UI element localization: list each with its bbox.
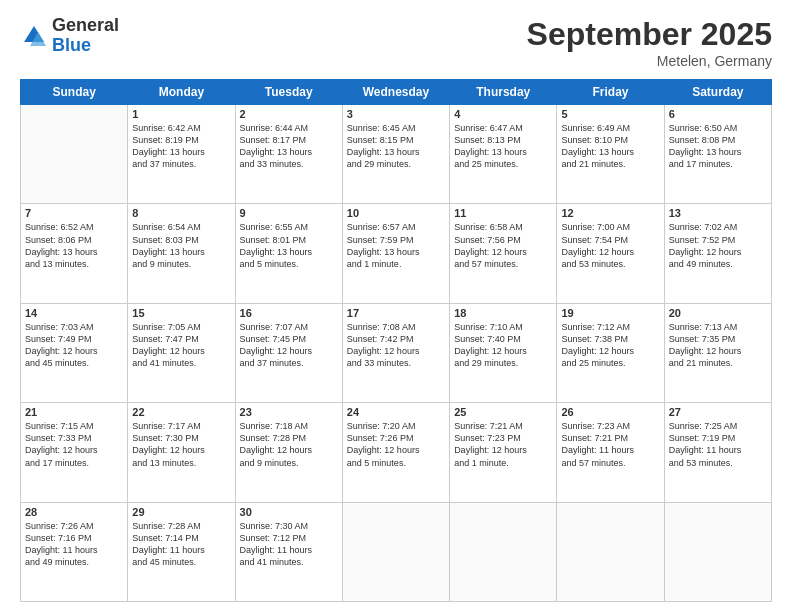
calendar-cell: 18Sunrise: 7:10 AM Sunset: 7:40 PM Dayli…: [450, 303, 557, 402]
day-number: 12: [561, 207, 659, 219]
day-info: Sunrise: 7:20 AM Sunset: 7:26 PM Dayligh…: [347, 420, 445, 469]
day-info: Sunrise: 7:13 AM Sunset: 7:35 PM Dayligh…: [669, 321, 767, 370]
day-number: 18: [454, 307, 552, 319]
day-header-tuesday: Tuesday: [235, 80, 342, 105]
day-info: Sunrise: 7:15 AM Sunset: 7:33 PM Dayligh…: [25, 420, 123, 469]
calendar-cell: 16Sunrise: 7:07 AM Sunset: 7:45 PM Dayli…: [235, 303, 342, 402]
day-header-saturday: Saturday: [664, 80, 771, 105]
logo: General Blue: [20, 16, 119, 56]
day-info: Sunrise: 6:52 AM Sunset: 8:06 PM Dayligh…: [25, 221, 123, 270]
week-row-3: 21Sunrise: 7:15 AM Sunset: 7:33 PM Dayli…: [21, 403, 772, 502]
day-info: Sunrise: 7:30 AM Sunset: 7:12 PM Dayligh…: [240, 520, 338, 569]
day-number: 7: [25, 207, 123, 219]
calendar-cell: 3Sunrise: 6:45 AM Sunset: 8:15 PM Daylig…: [342, 105, 449, 204]
day-number: 13: [669, 207, 767, 219]
day-header-monday: Monday: [128, 80, 235, 105]
day-info: Sunrise: 7:07 AM Sunset: 7:45 PM Dayligh…: [240, 321, 338, 370]
logo-general: General: [52, 16, 119, 36]
day-number: 11: [454, 207, 552, 219]
calendar-cell: 14Sunrise: 7:03 AM Sunset: 7:49 PM Dayli…: [21, 303, 128, 402]
calendar-cell: 2Sunrise: 6:44 AM Sunset: 8:17 PM Daylig…: [235, 105, 342, 204]
calendar-cell: 12Sunrise: 7:00 AM Sunset: 7:54 PM Dayli…: [557, 204, 664, 303]
calendar-header: SundayMondayTuesdayWednesdayThursdayFrid…: [21, 80, 772, 105]
day-number: 23: [240, 406, 338, 418]
day-info: Sunrise: 7:02 AM Sunset: 7:52 PM Dayligh…: [669, 221, 767, 270]
day-number: 29: [132, 506, 230, 518]
calendar-cell: 11Sunrise: 6:58 AM Sunset: 7:56 PM Dayli…: [450, 204, 557, 303]
calendar-cell: 5Sunrise: 6:49 AM Sunset: 8:10 PM Daylig…: [557, 105, 664, 204]
calendar-cell: 23Sunrise: 7:18 AM Sunset: 7:28 PM Dayli…: [235, 403, 342, 502]
day-number: 19: [561, 307, 659, 319]
day-info: Sunrise: 7:18 AM Sunset: 7:28 PM Dayligh…: [240, 420, 338, 469]
calendar-cell: 26Sunrise: 7:23 AM Sunset: 7:21 PM Dayli…: [557, 403, 664, 502]
calendar-cell: 22Sunrise: 7:17 AM Sunset: 7:30 PM Dayli…: [128, 403, 235, 502]
day-info: Sunrise: 6:44 AM Sunset: 8:17 PM Dayligh…: [240, 122, 338, 171]
month-title: September 2025: [527, 16, 772, 53]
day-header-sunday: Sunday: [21, 80, 128, 105]
day-number: 5: [561, 108, 659, 120]
day-info: Sunrise: 7:12 AM Sunset: 7:38 PM Dayligh…: [561, 321, 659, 370]
calendar-cell: 10Sunrise: 6:57 AM Sunset: 7:59 PM Dayli…: [342, 204, 449, 303]
day-info: Sunrise: 7:03 AM Sunset: 7:49 PM Dayligh…: [25, 321, 123, 370]
day-number: 24: [347, 406, 445, 418]
day-info: Sunrise: 7:17 AM Sunset: 7:30 PM Dayligh…: [132, 420, 230, 469]
calendar-cell: 4Sunrise: 6:47 AM Sunset: 8:13 PM Daylig…: [450, 105, 557, 204]
calendar-cell: 1Sunrise: 6:42 AM Sunset: 8:19 PM Daylig…: [128, 105, 235, 204]
calendar-cell: [342, 502, 449, 601]
day-info: Sunrise: 6:42 AM Sunset: 8:19 PM Dayligh…: [132, 122, 230, 171]
day-info: Sunrise: 7:00 AM Sunset: 7:54 PM Dayligh…: [561, 221, 659, 270]
calendar-cell: 6Sunrise: 6:50 AM Sunset: 8:08 PM Daylig…: [664, 105, 771, 204]
day-number: 25: [454, 406, 552, 418]
day-info: Sunrise: 7:28 AM Sunset: 7:14 PM Dayligh…: [132, 520, 230, 569]
day-number: 16: [240, 307, 338, 319]
calendar-cell: [21, 105, 128, 204]
calendar-cell: 29Sunrise: 7:28 AM Sunset: 7:14 PM Dayli…: [128, 502, 235, 601]
day-info: Sunrise: 6:47 AM Sunset: 8:13 PM Dayligh…: [454, 122, 552, 171]
day-info: Sunrise: 6:50 AM Sunset: 8:08 PM Dayligh…: [669, 122, 767, 171]
day-number: 17: [347, 307, 445, 319]
day-number: 10: [347, 207, 445, 219]
day-info: Sunrise: 6:57 AM Sunset: 7:59 PM Dayligh…: [347, 221, 445, 270]
calendar-cell: [664, 502, 771, 601]
day-number: 6: [669, 108, 767, 120]
calendar-cell: 13Sunrise: 7:02 AM Sunset: 7:52 PM Dayli…: [664, 204, 771, 303]
location: Metelen, Germany: [527, 53, 772, 69]
day-header-wednesday: Wednesday: [342, 80, 449, 105]
day-number: 27: [669, 406, 767, 418]
day-info: Sunrise: 6:49 AM Sunset: 8:10 PM Dayligh…: [561, 122, 659, 171]
day-info: Sunrise: 6:45 AM Sunset: 8:15 PM Dayligh…: [347, 122, 445, 171]
day-number: 26: [561, 406, 659, 418]
day-info: Sunrise: 6:54 AM Sunset: 8:03 PM Dayligh…: [132, 221, 230, 270]
calendar-cell: 20Sunrise: 7:13 AM Sunset: 7:35 PM Dayli…: [664, 303, 771, 402]
title-area: September 2025 Metelen, Germany: [527, 16, 772, 69]
header-row: SundayMondayTuesdayWednesdayThursdayFrid…: [21, 80, 772, 105]
day-info: Sunrise: 7:25 AM Sunset: 7:19 PM Dayligh…: [669, 420, 767, 469]
week-row-4: 28Sunrise: 7:26 AM Sunset: 7:16 PM Dayli…: [21, 502, 772, 601]
day-number: 22: [132, 406, 230, 418]
calendar-cell: [450, 502, 557, 601]
calendar-cell: 24Sunrise: 7:20 AM Sunset: 7:26 PM Dayli…: [342, 403, 449, 502]
day-number: 14: [25, 307, 123, 319]
calendar: SundayMondayTuesdayWednesdayThursdayFrid…: [20, 79, 772, 602]
week-row-1: 7Sunrise: 6:52 AM Sunset: 8:06 PM Daylig…: [21, 204, 772, 303]
calendar-cell: 9Sunrise: 6:55 AM Sunset: 8:01 PM Daylig…: [235, 204, 342, 303]
calendar-cell: 15Sunrise: 7:05 AM Sunset: 7:47 PM Dayli…: [128, 303, 235, 402]
day-number: 28: [25, 506, 123, 518]
header: General Blue September 2025 Metelen, Ger…: [20, 16, 772, 69]
day-info: Sunrise: 7:26 AM Sunset: 7:16 PM Dayligh…: [25, 520, 123, 569]
day-header-friday: Friday: [557, 80, 664, 105]
calendar-cell: 19Sunrise: 7:12 AM Sunset: 7:38 PM Dayli…: [557, 303, 664, 402]
calendar-cell: 7Sunrise: 6:52 AM Sunset: 8:06 PM Daylig…: [21, 204, 128, 303]
calendar-cell: 30Sunrise: 7:30 AM Sunset: 7:12 PM Dayli…: [235, 502, 342, 601]
day-number: 20: [669, 307, 767, 319]
week-row-2: 14Sunrise: 7:03 AM Sunset: 7:49 PM Dayli…: [21, 303, 772, 402]
day-info: Sunrise: 6:58 AM Sunset: 7:56 PM Dayligh…: [454, 221, 552, 270]
calendar-body: 1Sunrise: 6:42 AM Sunset: 8:19 PM Daylig…: [21, 105, 772, 602]
day-info: Sunrise: 6:55 AM Sunset: 8:01 PM Dayligh…: [240, 221, 338, 270]
day-number: 9: [240, 207, 338, 219]
logo-blue: Blue: [52, 36, 119, 56]
calendar-cell: 25Sunrise: 7:21 AM Sunset: 7:23 PM Dayli…: [450, 403, 557, 502]
day-info: Sunrise: 7:05 AM Sunset: 7:47 PM Dayligh…: [132, 321, 230, 370]
day-info: Sunrise: 7:10 AM Sunset: 7:40 PM Dayligh…: [454, 321, 552, 370]
logo-text: General Blue: [52, 16, 119, 56]
